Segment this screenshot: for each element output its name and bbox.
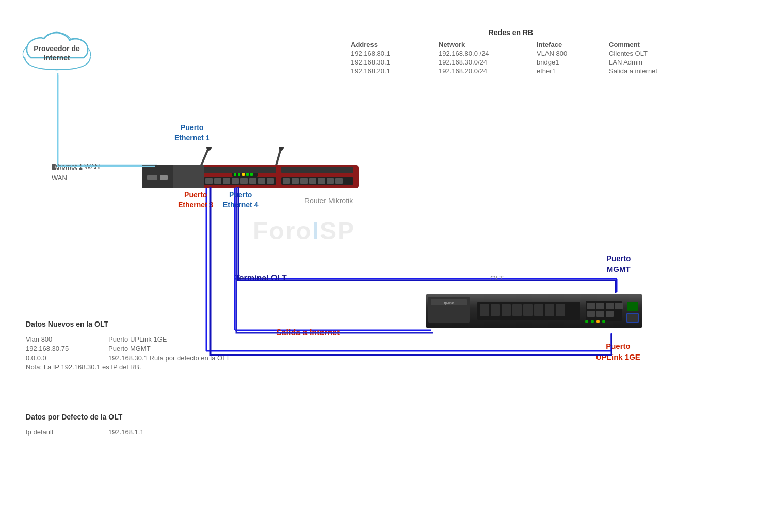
net-row3: 192.168.20.0/24 [439, 67, 531, 75]
svg-rect-38 [258, 178, 265, 184]
puerto-eth3-line1: Puerto [178, 190, 213, 200]
svg-rect-28 [242, 173, 245, 176]
svg-rect-66 [556, 304, 565, 316]
svg-rect-37 [249, 178, 256, 184]
puerto-eth1-text: Puerto Ethernet 1 [174, 123, 209, 143]
olt-device: tp-link [426, 292, 642, 333]
datos-nuevos-row1: Vlan 800 Puerto UPLink 1GE [26, 335, 230, 343]
iface-row1: VLAN 800 [537, 50, 604, 57]
puerto-uplink-text: Puerto UPLink 1GE [596, 341, 640, 362]
puerto-eth4-label: Puerto Ethernet 4 [223, 190, 258, 210]
redes-table: Redes en RB Address Network Inteface Com… [351, 28, 671, 75]
svg-rect-75 [627, 302, 638, 311]
datos-nuevos-r3-c2: 192.168.30.1 Ruta por defecto en la OLT [108, 354, 230, 362]
datos-nuevos-title: Datos Nuevos en la OLT [26, 320, 230, 328]
svg-rect-69 [596, 303, 604, 309]
svg-rect-45 [318, 178, 325, 184]
svg-rect-70 [606, 303, 614, 309]
svg-rect-43 [300, 178, 308, 184]
svg-point-77 [585, 320, 588, 323]
svg-rect-52 [281, 167, 353, 173]
puerto-uplink-label: Puerto UPLink 1GE [596, 341, 640, 362]
ethernet1-line2: WAN [52, 173, 83, 183]
watermark-foro: Foro [253, 217, 312, 245]
datos-defecto-title: Datos por Defecto de la OLT [26, 413, 144, 421]
net-row2: 192.168.30.0/24 [439, 58, 531, 66]
puerto-uplink-line1: Puerto [596, 341, 640, 351]
svg-rect-42 [292, 178, 299, 184]
watermark-sp: SP [320, 217, 355, 245]
svg-rect-76 [627, 313, 638, 323]
svg-rect-60 [491, 304, 500, 316]
terminal-olt-text: Terminal OLT [235, 273, 287, 282]
puerto-eth3-label: Puerto Ethernet 3 [178, 190, 213, 210]
datos-defecto-section: Datos por Defecto de la OLT Ip default 1… [26, 413, 144, 436]
svg-rect-71 [615, 303, 623, 309]
svg-rect-63 [523, 304, 533, 316]
olt-svg: tp-link [426, 292, 642, 333]
comment-row2: LAN Admin [609, 58, 691, 66]
salida-internet-label: Salida a Internet [276, 328, 340, 337]
puerto-mgmt-text: Puerto MGMT [606, 253, 631, 275]
router-mikrotik-text: Router Mikrotik [304, 197, 353, 205]
puerto-eth3-text: Puerto Ethernet 3 [178, 190, 213, 210]
net-row1: 192.168.80.0 /24 [439, 50, 531, 57]
iface-row2: bridge1 [537, 58, 604, 66]
svg-rect-30 [250, 173, 253, 176]
svg-point-80 [602, 320, 605, 323]
puerto-uplink-line2: UPLink 1GE [596, 351, 640, 362]
datos-nuevos-r2-c2: Puerto MGMT [108, 345, 151, 352]
addr-row2: 192.168.30.1 [351, 58, 433, 66]
cloud-isp: Proveedor de Internet [15, 21, 98, 72]
svg-rect-50 [174, 168, 200, 177]
svg-rect-27 [238, 173, 240, 176]
terminal-olt-label: Terminal OLT [235, 273, 287, 283]
puerto-mgmt-line1: Puerto [606, 253, 631, 264]
puerto-eth4-text: Puerto Ethernet 4 [223, 190, 258, 210]
svg-rect-68 [587, 303, 595, 309]
svg-rect-41 [283, 178, 290, 184]
svg-rect-49 [160, 175, 168, 180]
puerto-eth1-line2: Ethernet 1 [174, 133, 209, 143]
puerto-eth4-line1: Puerto [223, 190, 258, 200]
svg-text:tp-link: tp-link [444, 301, 454, 305]
svg-rect-33 [214, 178, 221, 184]
puerto-eth3-line2: Ethernet 3 [178, 200, 213, 211]
svg-point-79 [596, 320, 600, 323]
svg-rect-61 [502, 304, 511, 316]
olt-label: OLT [490, 273, 504, 283]
datos-nuevos-note: Nota: La IP 192.168.30.1 es IP del RB. [26, 363, 230, 371]
svg-rect-65 [545, 304, 554, 316]
datos-nuevos-r1-c2: Puerto UPLink 1GE [108, 335, 167, 343]
router-svg [137, 147, 364, 188]
redes-grid: Address Network Inteface Comment 192.168… [351, 41, 671, 75]
datos-nuevos-row2: 192.168.30.75 Puerto MGMT [26, 345, 230, 352]
watermark-accent: I [312, 217, 320, 245]
redes-title: Redes en RB [351, 28, 671, 37]
svg-rect-36 [240, 178, 248, 184]
datos-nuevos-row3: 0.0.0.0 192.168.30.1 Ruta por defecto en… [26, 354, 230, 362]
col-interface-header: Inteface [537, 41, 604, 49]
svg-rect-72 [587, 311, 595, 317]
datos-defecto-r1-c2: 192.168.1.1 [108, 428, 144, 436]
svg-rect-64 [534, 304, 543, 316]
comment-row1: Clientes OLT [609, 50, 691, 57]
datos-nuevos-r2-c1: 192.168.30.75 [26, 345, 93, 352]
svg-rect-34 [223, 178, 230, 184]
datos-nuevos-r3-c1: 0.0.0.0 [26, 354, 93, 362]
svg-rect-46 [327, 178, 334, 184]
olt-text: OLT [490, 274, 504, 282]
comment-row3: Salida a internet [609, 67, 691, 75]
svg-rect-47 [335, 178, 343, 184]
puerto-eth1-label: Puerto Ethernet 1 [174, 123, 209, 143]
iface-row3: ether1 [537, 67, 604, 75]
salida-internet-text: Salida a Internet [276, 328, 340, 337]
connection-lines-2 [0, 0, 774, 532]
datos-defecto-row1: Ip default 192.168.1.1 [26, 428, 144, 436]
router-mikrotik-device [137, 147, 364, 186]
col-network-header: Network [439, 41, 531, 49]
puerto-eth1-line1: Puerto [174, 123, 209, 133]
addr-row1: 192.168.80.1 [351, 50, 433, 57]
svg-rect-74 [606, 311, 614, 317]
col-comment-header: Comment [609, 41, 691, 49]
